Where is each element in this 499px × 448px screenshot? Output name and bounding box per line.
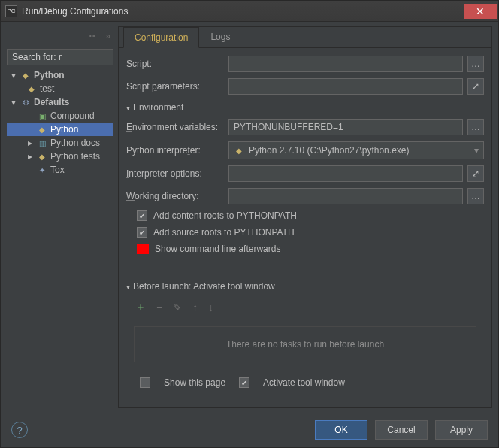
params-input[interactable] <box>228 78 463 95</box>
tree-node-test[interactable]: ◆ test <box>7 82 113 95</box>
show-page-label: Show this page <box>164 377 225 388</box>
chevron-right-icon[interactable]: » <box>105 31 110 41</box>
tree-label: Python docs <box>50 138 100 148</box>
tab-logs[interactable]: Logs <box>199 26 241 47</box>
script-label: Script: <box>126 59 224 69</box>
toolbar-icon[interactable]: ┅ <box>89 31 95 41</box>
browse-button[interactable]: … <box>467 119 484 135</box>
chevron-down-icon: ▾ <box>10 70 17 80</box>
config-tree: ▾ ◆ Python ◆ test ▾ ⚙ Defaults ▣ Compoun… <box>7 65 113 408</box>
tabs: Configuration Logs <box>119 27 491 48</box>
remove-icon[interactable]: − <box>156 301 162 313</box>
python-icon: ◆ <box>26 83 37 94</box>
dialog-body: ┅ » Search for: r ▾ ◆ Python ◆ test ▾ ⚙ <box>1 22 498 413</box>
titlebar: PC Run/Debug Configurations ✕ <box>1 1 498 22</box>
check-label: Add source roots to PYTHONPATH <box>153 227 295 238</box>
tree-label: Tox <box>50 165 65 175</box>
help-button[interactable]: ? <box>11 422 28 438</box>
checkbox-highlighted-icon[interactable] <box>137 244 149 254</box>
chevron-right-icon: ▸ <box>26 151 34 162</box>
row-script: Script: … <box>126 56 484 72</box>
check-add-source[interactable]: ✔ Add source roots to PYTHONPATH <box>126 227 484 238</box>
browse-button[interactable]: … <box>467 188 484 204</box>
window-title: Run/Debug Configurations <box>22 6 464 17</box>
add-icon[interactable]: ＋ <box>135 301 146 314</box>
section-title: Environment <box>133 102 183 113</box>
close-button[interactable]: ✕ <box>464 4 497 19</box>
tree-node-tox[interactable]: ✦ Tox <box>7 163 113 177</box>
chevron-down-icon: ▾ <box>126 283 130 291</box>
tree-node-pytests[interactable]: ▸ ◆ Python tests <box>7 150 113 163</box>
python-icon: ◆ <box>37 124 47 135</box>
row-working-dir: Working directory: … <box>126 188 484 204</box>
tree-label: Compound <box>50 110 95 121</box>
app-icon: PC <box>5 5 17 17</box>
dialog-footer: ? OK Cancel Apply <box>1 413 498 447</box>
tree-node-python-default[interactable]: ◆ Python <box>7 123 113 136</box>
before-launch-toolbar: ＋ − ✎ ↑ ↓ <box>126 298 484 317</box>
envvars-input[interactable]: PYTHONUNBUFFERED=1 <box>228 119 463 135</box>
bottom-checks: ✔ Show this page ✔ Activate tool window <box>126 371 484 395</box>
env-section-header[interactable]: ▾ Environment <box>126 102 484 113</box>
folder-icon: ▣ <box>37 110 47 121</box>
tree-label: Defaults <box>34 97 69 107</box>
cancel-button[interactable]: Cancel <box>375 420 428 440</box>
left-panel: ┅ » Search for: r ▾ ◆ Python ◆ test ▾ ⚙ <box>7 26 113 408</box>
question-icon: ? <box>17 425 22 436</box>
envvars-label: Environment variables: <box>126 122 224 132</box>
ok-button[interactable]: OK <box>315 420 367 440</box>
interpreter-value: Python 2.7.10 (C:\Python27\python.exe) <box>249 145 409 156</box>
tree-label: Python tests <box>50 151 100 162</box>
section-title: Before launch: Activate tool window <box>133 281 275 292</box>
close-icon: ✕ <box>476 5 485 17</box>
config-form: Script: … Script parameters: ⤢ ▾ Environ… <box>119 48 491 398</box>
before-launch-header[interactable]: ▾ Before launch: Activate tool window <box>126 281 484 292</box>
chevron-down-icon: ▾ <box>126 104 130 112</box>
search-input[interactable]: Search for: r <box>7 49 113 65</box>
tasks-empty-state: There are no tasks to run before launch <box>134 326 476 362</box>
tox-icon: ✦ <box>37 165 47 175</box>
left-toolbar[interactable]: ┅ » <box>7 26 113 46</box>
script-input[interactable] <box>228 56 463 72</box>
python-icon: ◆ <box>37 151 47 162</box>
expand-button[interactable]: ⤢ <box>467 78 484 95</box>
checkbox-checked-icon[interactable]: ✔ <box>137 210 147 221</box>
apply-button[interactable]: Apply <box>435 420 488 440</box>
row-envvars: Environment variables: PYTHONUNBUFFERED=… <box>126 119 484 135</box>
python-icon: ◆ <box>20 70 31 80</box>
python-icon: ◆ <box>234 145 244 156</box>
interpreter-opts-input[interactable] <box>228 165 463 182</box>
checkbox-checked-icon[interactable]: ✔ <box>239 377 250 388</box>
browse-button[interactable]: … <box>467 56 484 72</box>
row-interpreter: Python interpreter: ◆ Python 2.7.10 (C:\… <box>126 141 484 159</box>
check-add-content[interactable]: ✔ Add content roots to PYTHONPATH <box>126 210 484 221</box>
interpreter-select[interactable]: ◆ Python 2.7.10 (C:\Python27\python.exe)… <box>228 141 484 159</box>
working-dir-label: Working directory: <box>126 191 224 201</box>
tree-node-pydocs[interactable]: ▸ ▥ Python docs <box>7 136 113 150</box>
tree-label: test <box>40 83 54 94</box>
expand-button[interactable]: ⤢ <box>467 165 484 182</box>
checkbox-checked-icon[interactable]: ✔ <box>137 227 147 238</box>
check-show-cmd[interactable]: Show command line afterwards <box>126 244 484 254</box>
wrench-icon: ⚙ <box>20 97 31 107</box>
row-script-params: Script parameters: ⤢ <box>126 78 484 95</box>
row-interpreter-opts: Interpreter options: ⤢ <box>126 165 484 182</box>
interpreter-opts-label: Interpreter options: <box>126 168 224 179</box>
interpreter-label: Python interpreter: <box>126 145 224 156</box>
edit-icon[interactable]: ✎ <box>173 301 182 313</box>
tree-label: Python <box>50 124 78 135</box>
tab-configuration[interactable]: Configuration <box>123 27 199 48</box>
chevron-down-icon: ▾ <box>474 145 479 156</box>
docs-icon: ▥ <box>37 138 47 148</box>
arrow-down-icon[interactable]: ↓ <box>208 301 213 313</box>
tree-node-python[interactable]: ▾ ◆ Python <box>7 68 113 82</box>
empty-text: There are no tasks to run before launch <box>226 339 384 350</box>
tree-node-compound[interactable]: ▣ Compound <box>7 109 113 123</box>
tree-node-defaults[interactable]: ▾ ⚙ Defaults <box>7 95 113 109</box>
working-dir-input[interactable] <box>228 188 463 204</box>
checkbox-unchecked-icon[interactable]: ✔ <box>140 377 150 388</box>
chevron-right-icon: ▸ <box>26 138 34 148</box>
arrow-up-icon[interactable]: ↑ <box>192 301 198 313</box>
check-label: Show command line afterwards <box>155 244 280 254</box>
activate-tool-label: Activate tool window <box>263 377 345 388</box>
